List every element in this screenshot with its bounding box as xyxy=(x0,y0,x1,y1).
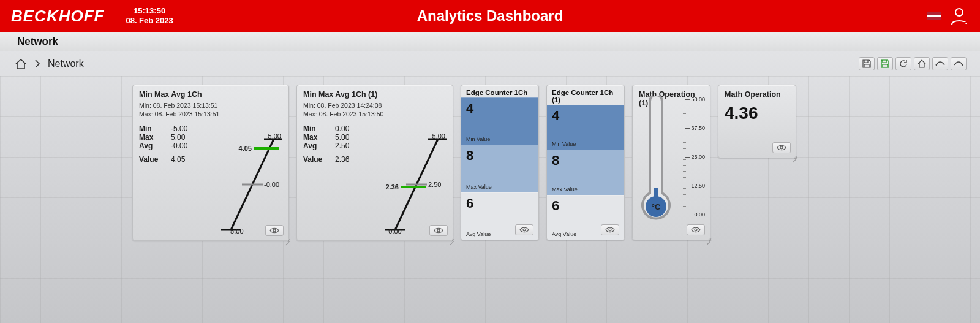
visibility-toggle[interactable] xyxy=(429,225,448,236)
svg-point-13 xyxy=(273,229,276,232)
scale-tick: 37.50 xyxy=(685,125,705,131)
user-icon[interactable] xyxy=(949,6,969,26)
svg-point-23 xyxy=(437,229,440,232)
breadcrumb-current: Network xyxy=(48,58,84,69)
save-button[interactable] xyxy=(859,57,875,70)
edge-max-row: 8Max Value xyxy=(547,150,624,194)
svg-text:°C: °C xyxy=(652,202,661,211)
value-label: Value xyxy=(139,155,171,164)
visibility-toggle[interactable] xyxy=(687,224,705,235)
resize-handle[interactable] xyxy=(534,235,539,240)
eye-icon xyxy=(605,227,615,233)
edge-min-label: Min Value xyxy=(552,141,576,147)
visibility-toggle[interactable] xyxy=(772,142,791,153)
visibility-toggle[interactable] xyxy=(265,225,284,236)
edge-min-value: 4 xyxy=(466,101,533,116)
edge-max-value: 8 xyxy=(466,148,533,164)
clock-date: 08. Feb 2023 xyxy=(126,16,173,26)
app-header: BECKHOFF 15:13:50 08. Feb 2023 Analytics… xyxy=(0,0,980,32)
widget-minmaxavg-1[interactable]: Min Max Avg 1Ch Min: 08. Feb 2023 15:13:… xyxy=(132,85,289,241)
widget-edge-counter-1[interactable]: Edge Counter 1Ch 4Min Value 8Max Value 6… xyxy=(461,85,539,240)
svg-text:5.00: 5.00 xyxy=(268,132,281,140)
value-value: 2.36 xyxy=(335,155,349,164)
eye-icon xyxy=(270,227,279,234)
undo-button[interactable] xyxy=(932,57,948,70)
svg-text:-5.00: -5.00 xyxy=(228,227,243,234)
edge-max-label: Max Value xyxy=(466,184,492,190)
min-value: -5.00 xyxy=(171,124,187,133)
brand-logo: BECKHOFF xyxy=(11,7,104,26)
max-value: 5.00 xyxy=(335,133,349,142)
eye-icon xyxy=(691,227,701,233)
sub-bar: Network xyxy=(0,51,980,76)
edge-max-label: Max Value xyxy=(552,186,578,192)
page-title: Network xyxy=(17,36,58,48)
page-title-bar: Network xyxy=(0,32,980,51)
min-timestamp: Min: 08. Feb 2023 15:13:51 xyxy=(139,101,282,110)
svg-point-30 xyxy=(780,146,783,149)
home-button[interactable] xyxy=(914,57,930,70)
edge-avg-label: Avg Value xyxy=(466,231,491,237)
svg-text:5.00: 5.00 xyxy=(432,132,445,140)
value-value: 4.05 xyxy=(171,155,185,164)
edge-avg-value: 6 xyxy=(466,196,533,211)
scale-tick: 50.00 xyxy=(685,96,705,102)
widget-title: Math Operation xyxy=(725,90,790,99)
widget-minmaxavg-2[interactable]: Min Max Avg 1Ch (1) Min: 08. Feb 2023 14… xyxy=(296,85,453,241)
min-timestamp: Min: 08. Feb 2023 14:24:08 xyxy=(303,101,447,110)
resize-handle[interactable] xyxy=(620,235,625,240)
save-as-button[interactable] xyxy=(877,57,893,70)
min-label: Min xyxy=(139,124,171,133)
resize-handle[interactable] xyxy=(284,236,290,242)
visibility-toggle[interactable] xyxy=(515,224,533,235)
thermometer-icon: °C xyxy=(638,96,674,225)
edge-min-value: 4 xyxy=(552,108,619,124)
chevron-right-icon xyxy=(34,59,40,68)
reload-button[interactable] xyxy=(895,57,911,70)
svg-text:4.05: 4.05 xyxy=(239,145,252,152)
svg-point-0 xyxy=(956,9,963,16)
eye-icon xyxy=(519,227,529,233)
svg-text:2.36: 2.36 xyxy=(386,183,399,191)
widget-title: Min Max Avg 1Ch (1) xyxy=(303,90,447,99)
svg-text:0.00: 0.00 xyxy=(388,227,401,234)
avg-value: 2.50 xyxy=(335,142,349,150)
scale-tick: 12.50 xyxy=(685,183,705,189)
svg-text:-0.00: -0.00 xyxy=(264,181,279,188)
edge-avg-value: 6 xyxy=(552,198,619,214)
widget-math-operation[interactable]: Math Operation 4.36 xyxy=(718,85,796,158)
resize-handle[interactable] xyxy=(448,236,454,242)
widget-thermometer[interactable]: Math Operation (1) °C 50.00 37.50 25.00 … xyxy=(632,85,710,240)
visibility-toggle[interactable] xyxy=(601,224,619,235)
max-timestamp: Max: 08. Feb 2023 15:13:50 xyxy=(303,110,447,118)
edge-min-label: Min Value xyxy=(466,136,490,142)
min-value: 0.00 xyxy=(335,124,349,133)
svg-point-29 xyxy=(695,229,697,231)
breadcrumb: Network xyxy=(15,58,84,69)
redo-button[interactable] xyxy=(951,57,967,70)
min-label: Min xyxy=(303,124,335,133)
svg-point-25 xyxy=(609,229,611,231)
scale-tick: 0.00 xyxy=(688,211,705,218)
edge-avg-label: Avg Value xyxy=(552,231,576,237)
max-label: Max xyxy=(303,133,335,142)
flag-icon[interactable] xyxy=(927,12,941,20)
widget-edge-counter-2[interactable]: Edge Counter 1Ch (1) 4Min Value 8Max Val… xyxy=(546,85,625,240)
minmax-chart: 5.00 2.50 0.00 2.36 xyxy=(357,128,447,234)
resize-handle[interactable] xyxy=(791,153,797,159)
edge-max-row: 8Max Value xyxy=(461,145,538,192)
dashboard-canvas[interactable]: Min Max Avg 1Ch Min: 08. Feb 2023 15:13:… xyxy=(0,76,980,323)
thermometer-scale: 50.00 37.50 25.00 12.50 0.00 xyxy=(680,96,705,211)
edge-min-row: 4Min Value xyxy=(547,105,624,150)
home-icon[interactable] xyxy=(15,58,27,69)
svg-point-24 xyxy=(523,229,526,231)
avg-label: Avg xyxy=(303,142,335,150)
eye-icon xyxy=(434,227,443,234)
svg-text:2.50: 2.50 xyxy=(428,181,441,188)
avg-value: -0.00 xyxy=(171,142,187,150)
widget-title: Min Max Avg 1Ch xyxy=(139,90,282,99)
max-value: 5.00 xyxy=(171,133,185,142)
widget-title: Edge Counter 1Ch (1) xyxy=(547,85,624,105)
app-title: Analytics Dashboard xyxy=(417,7,564,25)
resize-handle[interactable] xyxy=(706,235,712,241)
